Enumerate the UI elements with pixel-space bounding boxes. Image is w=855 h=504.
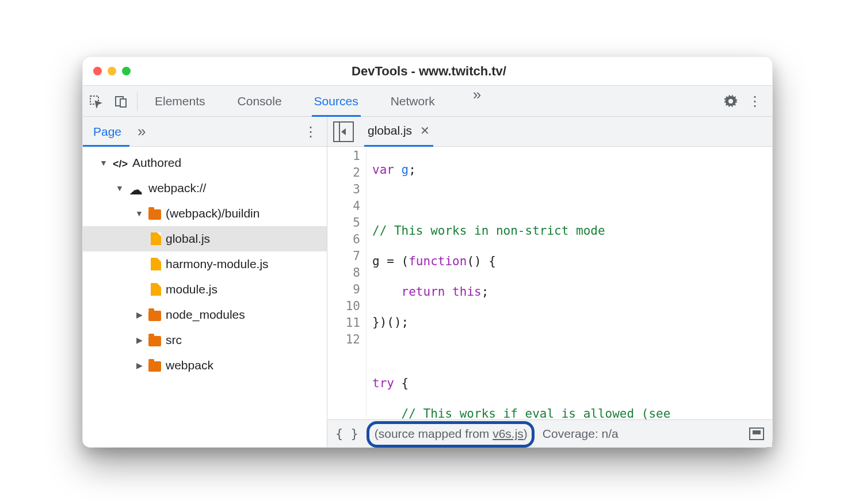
js-file-icon <box>151 258 161 270</box>
tree-label: Authored <box>132 156 181 170</box>
tree-webpack-scheme[interactable]: webpack:// <box>83 175 327 201</box>
folder-icon <box>148 336 161 346</box>
folder-icon <box>148 361 161 372</box>
toggle-navigator-icon[interactable] <box>333 121 354 142</box>
svg-rect-2 <box>120 99 126 107</box>
tree-label: src <box>166 333 182 347</box>
tree-file-module-js[interactable]: module.js <box>83 277 327 302</box>
status-bar: { } (source mapped from v6s.js) Coverage… <box>327 419 772 447</box>
tree-label: node_modules <box>166 308 245 322</box>
minimize-window-icon[interactable] <box>108 67 116 75</box>
code-area[interactable]: 123456789101112 var g; // This works in … <box>327 147 772 419</box>
main-toolbar: Elements Console Sources Network » ⋮ <box>83 86 772 117</box>
tree-label: harmony-module.js <box>166 257 269 271</box>
tab-page[interactable]: Page <box>83 117 129 147</box>
tree-file-harmony-module-js[interactable]: harmony-module.js <box>83 251 327 277</box>
inspect-element-icon[interactable] <box>83 86 108 117</box>
device-toolbar-icon[interactable] <box>108 86 133 117</box>
close-window-icon[interactable] <box>93 67 102 75</box>
main-tabs: Elements Console Sources Network » <box>141 86 724 117</box>
tab-network[interactable]: Network <box>388 86 437 117</box>
navigator-header: Page » ⋮ <box>83 117 327 146</box>
zoom-window-icon[interactable] <box>122 67 131 75</box>
tree-root-authored[interactable]: Authored <box>83 150 327 175</box>
source-map-suffix: ) <box>524 427 528 440</box>
titlebar: DevTools - www.twitch.tv/ <box>83 57 772 86</box>
tab-console[interactable]: Console <box>235 86 284 117</box>
sub-toolbar: Page » ⋮ global.js ✕ <box>83 117 772 147</box>
more-tabs-icon[interactable]: » <box>465 86 489 117</box>
source-map-info[interactable]: (source mapped from v6s.js) <box>368 425 535 443</box>
tree-label: webpack:// <box>148 181 206 195</box>
gear-icon[interactable] <box>724 94 738 108</box>
close-tab-icon[interactable]: ✕ <box>420 116 430 146</box>
tree-label: (webpack)/buildin <box>166 207 259 220</box>
js-file-icon <box>151 283 161 296</box>
more-navigator-tabs-icon[interactable]: » <box>129 123 154 140</box>
code-icon <box>113 156 128 169</box>
kebab-menu-icon[interactable]: ⋮ <box>748 93 762 109</box>
source-map-link[interactable]: v6s.js <box>493 427 524 440</box>
tree-label: module.js <box>166 282 217 296</box>
tree-folder-buildin[interactable]: (webpack)/buildin <box>83 201 327 226</box>
file-tab-label: global.js <box>368 116 412 146</box>
devtools-window: DevTools - www.twitch.tv/ Elements Conso… <box>82 56 773 448</box>
editor-pane: 123456789101112 var g; // This works in … <box>327 147 772 447</box>
coverage-info: Coverage: n/a <box>543 427 619 441</box>
file-tree: Authored webpack:// (webpack)/buildin gl… <box>83 147 327 447</box>
traffic-lights <box>93 67 131 75</box>
source-map-prefix: (source mapped from <box>375 427 493 440</box>
tree-folder-node-modules[interactable]: node_modules <box>83 302 327 327</box>
tab-elements[interactable]: Elements <box>152 86 208 117</box>
line-gutter: 123456789101112 <box>327 147 367 419</box>
folder-icon <box>148 209 161 220</box>
body: Authored webpack:// (webpack)/buildin gl… <box>83 147 772 447</box>
tree-folder-webpack[interactable]: webpack <box>83 353 327 378</box>
toolbar-right: ⋮ <box>724 93 772 109</box>
folder-icon <box>148 311 161 321</box>
cloud-icon <box>129 182 144 194</box>
separator <box>137 91 138 111</box>
js-file-icon <box>151 232 161 245</box>
editor-tabs-header: global.js ✕ <box>327 117 772 146</box>
tree-label: global.js <box>166 232 210 246</box>
console-drawer-icon[interactable] <box>749 427 764 440</box>
tab-sources[interactable]: Sources <box>312 86 361 117</box>
tree-file-global-js[interactable]: global.js <box>83 226 327 251</box>
tree-label: webpack <box>166 358 213 372</box>
code-content[interactable]: var g; // This works in non-strict mode … <box>367 147 670 419</box>
tree-folder-src[interactable]: src <box>83 327 327 353</box>
pretty-print-icon[interactable]: { } <box>335 426 368 441</box>
navigator-menu-icon[interactable]: ⋮ <box>295 124 327 140</box>
file-tab-global-js[interactable]: global.js ✕ <box>364 117 433 147</box>
window-title: DevTools - www.twitch.tv/ <box>131 64 762 79</box>
